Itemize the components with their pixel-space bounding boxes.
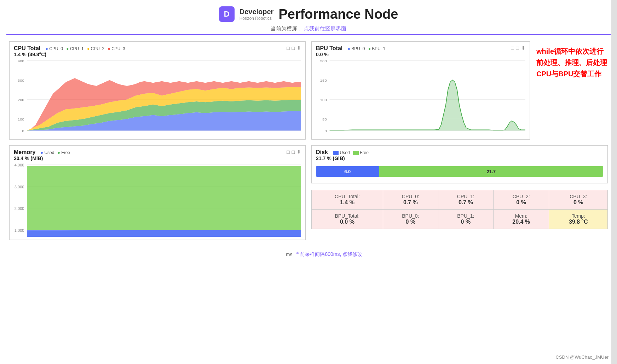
annotation-line2: 前处理、推理、后处理: [536, 59, 607, 66]
bpu-panel-icons: □ □ ⬇: [511, 45, 525, 51]
cpu-panel-icons: □ □ ⬇: [287, 45, 301, 51]
bpu-panel-title: BPU Total: [316, 45, 342, 51]
brand-name: Developer: [240, 7, 274, 16]
stat-temp: Temp: 39.8 °C: [549, 210, 608, 229]
bpu-panel-wrapper: BPU Total ● BPU_0 ● BPU_1 0.0 % □ □ ⬇: [308, 39, 611, 142]
brand-text: Developer Horizon Robotics: [240, 7, 274, 21]
scrollbar[interactable]: [611, 0, 617, 364]
annotation-line1: while循环中依次进行: [536, 47, 604, 55]
svg-text:300: 300: [18, 78, 24, 82]
disk-panel: Disk Used Free 21.7 % (GiB) 6.0 21.7: [311, 145, 608, 183]
logo-icon: D: [219, 6, 235, 22]
svg-text:0: 0: [324, 129, 327, 133]
disk-panel-title: Disk: [316, 149, 328, 155]
stats-row-1: CPU_Total: 1.4 % CPU_0: 0.7 % CPU_1: 0.7…: [312, 190, 608, 210]
stat-cpu-3: CPU_3: 0 %: [549, 190, 608, 210]
stat-bpu-1: BPU_1: 0 %: [438, 210, 493, 229]
csdn-label: CSDN @WuChao_JMUer: [556, 354, 609, 360]
memory-panel-icons: □ □ ⬇: [287, 149, 301, 155]
svg-marker-35: [27, 166, 301, 230]
svg-text:50: 50: [322, 117, 327, 121]
stats-table: CPU_Total: 1.4 % CPU_0: 0.7 % CPU_1: 0.7…: [311, 190, 608, 229]
header: D Developer Horizon Robotics Performance…: [0, 0, 617, 25]
disk-bar: 6.0 21.7: [316, 166, 603, 177]
cpu-panel-header: CPU Total ● CPU_0 ● CPU_1 ● CPU_2 ● CPU_…: [14, 45, 301, 57]
svg-text:100: 100: [18, 117, 24, 121]
cpu-icon-window2[interactable]: □: [292, 45, 295, 51]
memory-panel-header: Memory ● Used ● Free 20.4 % (MiB) □ □ ⬇: [14, 149, 301, 161]
stat-mem: Mem: 20.4 %: [493, 210, 549, 229]
subtitle-bar: 当前为横屏， 点我前往竖屏界面: [6, 25, 611, 35]
svg-text:150: 150: [320, 78, 327, 82]
stat-cpu-0: CPU_0: 0.7 %: [383, 190, 438, 210]
memory-panel-value: 20.4 % (MiB): [14, 155, 70, 161]
memory-chart-svg: 4,000 3,000 2,000 1,000 0: [14, 163, 301, 237]
memory-icon-window1[interactable]: □: [287, 149, 289, 155]
stat-cpu-1: CPU_1: 0.7 %: [438, 190, 493, 210]
bpu-panel-title-group: BPU Total ● BPU_0 ● BPU_1 0.0 %: [316, 45, 385, 57]
bpu-icon-window1[interactable]: □: [511, 45, 514, 51]
annotation-line3: CPU与BPU交替工作: [536, 70, 601, 78]
stats-container: CPU_Total: 1.4 % CPU_0: 0.7 % CPU_1: 0.7…: [311, 190, 608, 229]
stat-cpu-2: CPU_2: 0 %: [493, 190, 549, 210]
disk-free-bar: 21.7: [379, 166, 603, 177]
disk-panel-header: Disk Used Free 21.7 % (GiB): [316, 149, 603, 161]
svg-text:2,000: 2,000: [15, 206, 24, 211]
disk-panel-value: 21.7 % (GiB): [316, 155, 369, 161]
bpu-panel-value: 0.0 %: [316, 52, 385, 57]
stat-bpu-0: BPU_0: 0 %: [383, 210, 438, 229]
stat-bpu-total: BPU_Total: 0.0 %: [312, 210, 383, 229]
cpu-chart-area: 400 300 200 100 0: [14, 59, 301, 136]
svg-marker-24: [330, 81, 525, 131]
bpu-panel-header: BPU Total ● BPU_0 ● BPU_1 0.0 % □ □ ⬇: [316, 45, 525, 57]
cpu-icon-download[interactable]: ⬇: [297, 45, 301, 51]
bpu-icon-window2[interactable]: □: [516, 45, 519, 51]
svg-text:1,000: 1,000: [15, 228, 24, 233]
interval-input[interactable]: [255, 250, 283, 259]
cpu-panel: CPU Total ● CPU_0 ● CPU_1 ● CPU_2 ● CPU_…: [9, 41, 306, 140]
svg-text:3,000: 3,000: [15, 185, 24, 189]
cpu-panel-title-group: CPU Total ● CPU_0 ● CPU_1 ● CPU_2 ● CPU_…: [14, 45, 125, 57]
bottom-row: Memory ● Used ● Free 20.4 % (MiB) □ □ ⬇: [0, 142, 617, 246]
cpu-icon-window1[interactable]: □: [287, 45, 289, 51]
subtitle-static: 当前为横屏，: [271, 25, 302, 31]
disk-panel-title-group: Disk Used Free 21.7 % (GiB): [316, 149, 369, 161]
svg-text:400: 400: [18, 59, 24, 63]
cpu-panel-title: CPU Total: [14, 45, 40, 51]
main-top-grid: CPU Total ● CPU_0 ● CPU_1 ● CPU_2 ● CPU_…: [0, 35, 617, 142]
cpu-chart-svg: 400 300 200 100 0: [14, 59, 301, 136]
bpu-chart-svg: 200 150 100 50 0: [316, 59, 525, 136]
svg-marker-37: [27, 230, 301, 237]
stat-cpu-total: CPU_Total: 1.4 %: [312, 190, 383, 210]
svg-text:200: 200: [18, 98, 24, 101]
svg-text:0: 0: [22, 129, 24, 133]
memory-icon-download[interactable]: ⬇: [297, 149, 301, 155]
bpu-annotation: while循环中依次进行 前处理、推理、后处理 CPU与BPU交替工作: [533, 39, 611, 142]
bpu-panel: BPU Total ● BPU_0 ● BPU_1 0.0 % □ □ ⬇: [311, 41, 530, 140]
footer-label[interactable]: 当前采样间隔800ms, 点我修改: [295, 251, 362, 258]
disk-stats-panel: Disk Used Free 21.7 % (GiB) 6.0 21.7: [308, 142, 611, 243]
memory-panel-title: Memory: [14, 149, 35, 155]
bpu-icon-download[interactable]: ⬇: [521, 45, 525, 51]
memory-panel-title-group: Memory ● Used ● Free 20.4 % (MiB): [14, 149, 70, 161]
bpu-chart-area: 200 150 100 50 0: [316, 59, 525, 136]
disk-used-bar: 6.0: [316, 166, 379, 177]
footer-unit: ms: [286, 252, 293, 257]
page-title: Performance Node: [278, 7, 398, 22]
brand-sub: Horizon Robotics: [240, 16, 274, 21]
footer-bar: ms 当前采样间隔800ms, 点我修改: [0, 246, 617, 262]
memory-chart-area: 4,000 3,000 2,000 1,000 0: [14, 163, 301, 237]
svg-text:4,000: 4,000: [15, 163, 24, 167]
svg-text:100: 100: [320, 98, 327, 102]
stats-row-2: BPU_Total: 0.0 % BPU_0: 0 % BPU_1: 0 % M…: [312, 210, 608, 229]
svg-text:200: 200: [320, 59, 327, 63]
cpu-panel-value: 1.4 % (39.8°C): [14, 52, 125, 57]
memory-icon-window2[interactable]: □: [292, 149, 295, 155]
vertical-screen-link[interactable]: 点我前往竖屏界面: [304, 25, 346, 31]
memory-panel: Memory ● Used ● Free 20.4 % (MiB) □ □ ⬇: [9, 145, 306, 240]
